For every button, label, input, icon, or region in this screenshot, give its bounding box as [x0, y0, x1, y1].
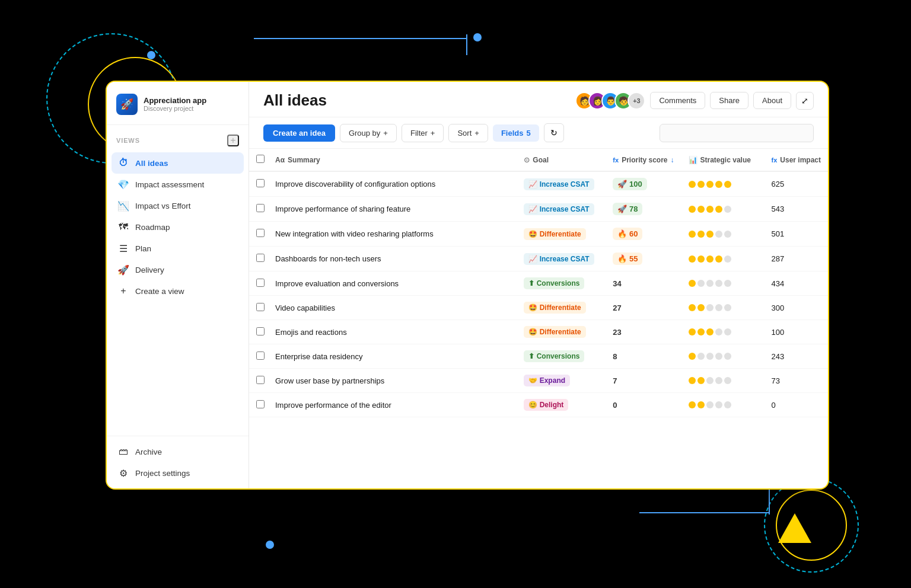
row-impact-4[interactable]: 434 — [765, 271, 828, 296]
row-priority-5[interactable]: 27 — [606, 296, 681, 320]
row-strategic-3[interactable] — [681, 247, 765, 271]
row-goal-5[interactable]: 🤩 Differentiate — [517, 296, 606, 320]
sidebar-item-all-ideas[interactable]: ⏱All ideas — [112, 152, 244, 174]
dot-1 — [697, 401, 705, 408]
nav-label-impact-assessment: Impact assessment — [135, 180, 204, 189]
row-summary-0[interactable]: Improve discoverability of configuration… — [268, 171, 517, 197]
row-priority-9[interactable]: 0 — [606, 393, 681, 417]
row-checkbox-0[interactable] — [256, 179, 265, 187]
row-priority-4[interactable]: 34 — [606, 271, 681, 296]
row-impact-6[interactable]: 100 — [765, 320, 828, 344]
sidebar-item-archive[interactable]: 🗃Archive — [112, 441, 244, 462]
row-goal-3[interactable]: 📈 Increase CSAT — [517, 247, 606, 271]
row-priority-7[interactable]: 8 — [606, 344, 681, 369]
dot-0 — [689, 206, 696, 213]
sidebar-item-impact-vs-effort[interactable]: 📉Impact vs Effort — [112, 195, 244, 216]
row-summary-6[interactable]: Emojis and reactions — [268, 320, 517, 344]
refresh-button[interactable]: ↻ — [544, 123, 564, 142]
th-priority[interactable]: fx Priority score ↓ — [606, 149, 681, 171]
row-strategic-9[interactable] — [681, 393, 765, 417]
row-checkbox-9[interactable] — [256, 400, 265, 408]
comments-button[interactable]: Comments — [650, 92, 705, 109]
row-summary-4[interactable]: Improve evaluation and conversions — [268, 271, 517, 296]
row-summary-2[interactable]: New integration with video resharing pla… — [268, 222, 517, 247]
row-checkbox-4[interactable] — [256, 279, 265, 287]
row-impact-8[interactable]: 73 — [765, 369, 828, 393]
row-summary-1[interactable]: Improve performance of sharing feature — [268, 197, 517, 222]
row-priority-8[interactable]: 7 — [606, 369, 681, 393]
row-summary-8[interactable]: Grow user base by partnerships — [268, 369, 517, 393]
create-idea-button[interactable]: Create an idea — [263, 124, 335, 142]
strategic-col-label: Strategic value — [700, 156, 751, 164]
row-goal-9[interactable]: 😊 Delight — [517, 393, 606, 417]
sidebar-item-impact-assessment[interactable]: 💎Impact assessment — [112, 174, 244, 195]
row-priority-2[interactable]: 🔥 60 — [606, 222, 681, 247]
row-impact-7[interactable]: 243 — [765, 344, 828, 369]
sidebar-item-plan[interactable]: ☰Plan — [112, 238, 244, 259]
row-strategic-6[interactable] — [681, 320, 765, 344]
dot-4 — [724, 181, 731, 188]
row-priority-3[interactable]: 🔥 55 — [606, 247, 681, 271]
row-priority-6[interactable]: 23 — [606, 320, 681, 344]
row-impact-9[interactable]: 0 — [765, 393, 828, 417]
row-checkbox-cell — [249, 197, 268, 222]
filter-button[interactable]: Filter + — [402, 124, 444, 142]
row-strategic-2[interactable] — [681, 222, 765, 247]
fields-button[interactable]: Fields 5 — [493, 124, 539, 142]
summary-col-label: Summary — [288, 156, 320, 164]
sidebar-item-roadmap[interactable]: 🗺Roadmap — [112, 216, 244, 238]
row-summary-7[interactable]: Enterprise data residency — [268, 344, 517, 369]
sort-button[interactable]: Sort + — [448, 124, 488, 142]
row-impact-2[interactable]: 501 — [765, 222, 828, 247]
table-row: Improve performance of the editor 😊 Deli… — [249, 393, 828, 417]
row-checkbox-8[interactable] — [256, 376, 265, 384]
filter-icon: + — [431, 129, 435, 138]
row-checkbox-2[interactable] — [256, 229, 265, 237]
row-checkbox-7[interactable] — [256, 351, 265, 360]
search-input[interactable] — [660, 124, 814, 142]
group-by-button[interactable]: Group by + — [340, 124, 397, 142]
row-impact-0[interactable]: 625 — [765, 171, 828, 197]
th-impact[interactable]: fx User impact — [765, 149, 828, 171]
select-all-checkbox[interactable] — [256, 155, 265, 163]
row-checkbox-5[interactable] — [256, 303, 265, 311]
row-goal-1[interactable]: 📈 Increase CSAT — [517, 197, 606, 222]
row-priority-0[interactable]: 🚀 100 — [606, 171, 681, 197]
row-strategic-1[interactable] — [681, 197, 765, 222]
th-strategic[interactable]: 📊 Strategic value — [681, 149, 765, 171]
share-button[interactable]: Share — [710, 92, 748, 109]
row-goal-0[interactable]: 📈 Increase CSAT — [517, 171, 606, 197]
main-header: All ideas 🧑 👩 👨 🧒 +3 Comments Share Abou… — [249, 82, 828, 117]
about-button[interactable]: About — [753, 92, 791, 109]
table-header-row: Aα Summary ⊙ Goal — [249, 149, 828, 171]
row-checkbox-1[interactable] — [256, 204, 265, 212]
row-strategic-5[interactable] — [681, 296, 765, 320]
row-strategic-0[interactable] — [681, 171, 765, 197]
row-goal-8[interactable]: 🤝 Expand — [517, 369, 606, 393]
row-goal-6[interactable]: 🤩 Differentiate — [517, 320, 606, 344]
row-checkbox-6[interactable] — [256, 327, 265, 335]
row-summary-3[interactable]: Dashboards for non-tech users — [268, 247, 517, 271]
row-impact-3[interactable]: 287 — [765, 247, 828, 271]
add-view-button[interactable]: + — [227, 135, 239, 146]
row-impact-5[interactable]: 300 — [765, 296, 828, 320]
th-summary[interactable]: Aα Summary — [268, 149, 517, 171]
sidebar-item-project-settings[interactable]: ⚙Project settings — [112, 462, 244, 484]
impact-col-label: User impact — [780, 156, 821, 164]
row-strategic-8[interactable] — [681, 369, 765, 393]
row-impact-1[interactable]: 543 — [765, 197, 828, 222]
row-summary-9[interactable]: Improve performance of the editor — [268, 393, 517, 417]
dot-4 — [724, 231, 731, 238]
row-goal-7[interactable]: ⬆ Conversions — [517, 344, 606, 369]
row-summary-5[interactable]: Video capabilities — [268, 296, 517, 320]
row-checkbox-3[interactable] — [256, 254, 265, 262]
sidebar-item-create-view[interactable]: +Create a view — [112, 280, 244, 302]
row-strategic-7[interactable] — [681, 344, 765, 369]
row-goal-4[interactable]: ⬆ Conversions — [517, 271, 606, 296]
th-goal[interactable]: ⊙ Goal — [517, 149, 606, 171]
row-priority-1[interactable]: 🚀 78 — [606, 197, 681, 222]
sidebar-item-delivery[interactable]: 🚀Delivery — [112, 259, 244, 280]
row-goal-2[interactable]: 🤩 Differentiate — [517, 222, 606, 247]
row-strategic-4[interactable] — [681, 271, 765, 296]
expand-button[interactable]: ⤢ — [796, 92, 814, 110]
